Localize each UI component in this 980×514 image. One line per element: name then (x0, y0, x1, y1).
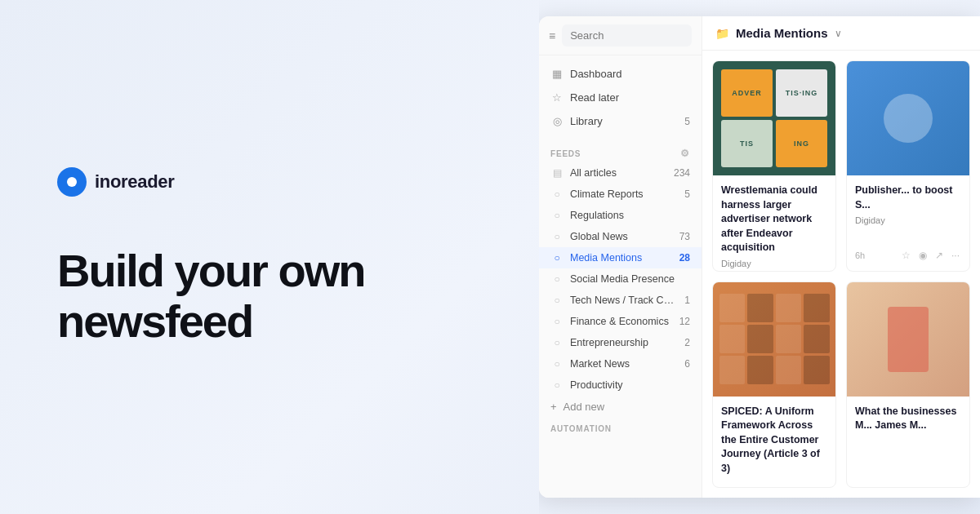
bookmark-button-2[interactable]: ☆ (900, 248, 912, 263)
article-title-3: SPICED: A Uniform Framework Across the E… (721, 405, 827, 476)
automation-label: AUTOMATION (539, 418, 702, 436)
tech-news-icon: ○ (550, 295, 564, 306)
logo-area: inoreader (57, 167, 482, 197)
all-articles-count: 234 (674, 167, 690, 179)
entrepreneurship-label: Entrepreneurship (570, 337, 678, 348)
article-time-2: 6h (855, 250, 865, 260)
logo-text: inoreader (95, 171, 175, 193)
feed-item-all-articles[interactable]: ▤ All articles 234 (539, 162, 702, 184)
article-actions-2: ☆ ◉ ↗ ··· (900, 248, 961, 263)
entrepreneurship-icon: ○ (550, 337, 564, 348)
feed-item-global-news[interactable]: ○ Global News 73 (539, 226, 702, 247)
article-thumb-1: ADVER TIS·ING TIS ING (713, 61, 835, 175)
climate-icon: ○ (550, 188, 564, 200)
search-input[interactable] (562, 24, 692, 47)
global-news-label: Global News (570, 231, 673, 242)
productivity-label: Productivity (570, 379, 690, 391)
article-title-1: Wrestlemania could harness larger advert… (721, 184, 827, 255)
regulations-icon: ○ (550, 210, 564, 221)
sidebar-item-library[interactable]: ◎ Library 5 (539, 109, 702, 133)
article-meta-2: 6h ☆ ◉ ↗ ··· (855, 248, 961, 263)
add-new-button[interactable]: + Add new (539, 396, 702, 418)
article-body-2: Publisher... to boost S... Digiday 6h ☆ … (847, 175, 969, 271)
sidebar-search-area: ≡ (539, 16, 702, 55)
adver-block-4: ING (776, 120, 827, 167)
sidebar-nav: ▦ Dashboard ☆ Read later ◎ Library 5 (539, 55, 702, 140)
feed-item-tech-news[interactable]: ○ Tech News / Track Chan... 1 (539, 290, 702, 311)
dashboard-label: Dashboard (570, 68, 690, 80)
main-header: 📁 Media Mentions ∨ (702, 16, 980, 51)
adver-block-1: ADVER (721, 69, 773, 117)
article-body-4: What the businesses M... James M... (847, 397, 969, 488)
article-body-1: Wrestlemania could harness larger advert… (713, 175, 835, 272)
feed-item-media-mentions[interactable]: ○ Media Mentions 28 (539, 247, 702, 268)
article-card-3[interactable]: SPICED: A Uniform Framework Across the E… (712, 281, 836, 489)
article-card-2[interactable]: Publisher... to boost S... Digiday 6h ☆ … (846, 60, 970, 272)
sidebar-item-dashboard[interactable]: ▦ Dashboard (539, 62, 702, 86)
more-button-2[interactable]: ··· (950, 248, 961, 263)
productivity-icon: ○ (550, 379, 564, 391)
hero-title: Build your own newsfeed (57, 246, 482, 346)
tech-news-count: 1 (684, 295, 690, 306)
tech-news-label: Tech News / Track Chan... (570, 295, 678, 306)
article-thumb-4 (847, 282, 969, 397)
finance-count: 12 (679, 316, 690, 327)
feed-item-market-news[interactable]: ○ Market News 6 (539, 353, 702, 374)
read-later-label: Read later (570, 91, 690, 104)
hero-section: inoreader Build your own newsfeed (0, 0, 539, 514)
article-title-4: What the businesses M... James M... (855, 405, 961, 433)
article-thumb-2 (847, 61, 969, 175)
market-news-label: Market News (570, 358, 678, 370)
feeds-section-label: FEEDS ⚙ (539, 140, 702, 162)
folder-icon: 📁 (715, 27, 729, 40)
app-section: ≡ ▦ Dashboard ☆ Read later ◎ Library 5 (539, 0, 980, 514)
all-articles-label: All articles (570, 167, 667, 179)
feed-item-social-media[interactable]: ○ Social Media Presence (539, 268, 702, 290)
finance-icon: ○ (550, 316, 564, 327)
articles-grid: ADVER TIS·ING TIS ING Wrestlemania could… (702, 51, 980, 498)
share-button-2[interactable]: ↗ (933, 248, 945, 263)
hamburger-icon[interactable]: ≡ (549, 29, 555, 42)
dashboard-icon: ▦ (550, 68, 564, 80)
global-news-icon: ○ (550, 231, 564, 242)
article-card-1[interactable]: ADVER TIS·ING TIS ING Wrestlemania could… (712, 60, 836, 272)
library-count: 5 (684, 116, 690, 127)
climate-count: 5 (684, 188, 690, 200)
star-icon: ☆ (550, 91, 564, 104)
library-icon: ◎ (550, 115, 564, 127)
feed-item-entrepreneurship[interactable]: ○ Entrepreneurship 2 (539, 332, 702, 353)
feed-item-climate-reports[interactable]: ○ Climate Reports 5 (539, 184, 702, 205)
main-content-title: Media Mentions (736, 26, 828, 40)
social-media-label: Social Media Presence (570, 273, 690, 285)
entrepreneurship-count: 2 (684, 337, 690, 348)
climate-label: Climate Reports (570, 188, 678, 200)
sidebar-item-read-later[interactable]: ☆ Read later (539, 86, 702, 109)
social-media-icon: ○ (550, 273, 564, 285)
media-mentions-label: Media Mentions (570, 252, 673, 264)
feeds-gear-icon[interactable]: ⚙ (680, 148, 690, 159)
feed-item-productivity[interactable]: ○ Productivity (539, 374, 702, 396)
library-label: Library (570, 115, 678, 127)
logo-icon (57, 167, 87, 197)
regulations-label: Regulations (570, 210, 684, 221)
media-mentions-count: 28 (679, 252, 690, 264)
article-body-3: SPICED: A Uniform Framework Across the E… (713, 397, 835, 488)
feed-item-regulations[interactable]: ○ Regulations (539, 205, 702, 226)
article-thumb-3 (713, 282, 835, 397)
app-window: ≡ ▦ Dashboard ☆ Read later ◎ Library 5 (539, 16, 980, 498)
all-articles-icon: ▤ (550, 167, 564, 179)
adver-block-3: TIS (721, 120, 773, 167)
feed-item-finance[interactable]: ○ Finance & Economics 12 (539, 311, 702, 332)
adver-block-2: TIS·ING (776, 69, 827, 117)
market-news-count: 6 (684, 358, 690, 370)
main-content: 📁 Media Mentions ∨ ADVER TIS·ING TIS ING (702, 16, 980, 498)
chevron-down-icon[interactable]: ∨ (835, 28, 842, 39)
article-card-4[interactable]: What the businesses M... James M... (846, 281, 970, 489)
plus-icon: + (550, 401, 557, 413)
market-news-icon: ○ (550, 358, 564, 370)
sidebar: ≡ ▦ Dashboard ☆ Read later ◎ Library 5 (539, 16, 702, 498)
finance-label: Finance & Economics (570, 316, 673, 327)
article-source-2: Digiday (855, 215, 961, 225)
circle-button-2[interactable]: ◉ (917, 248, 929, 263)
add-new-label: Add new (564, 401, 605, 413)
